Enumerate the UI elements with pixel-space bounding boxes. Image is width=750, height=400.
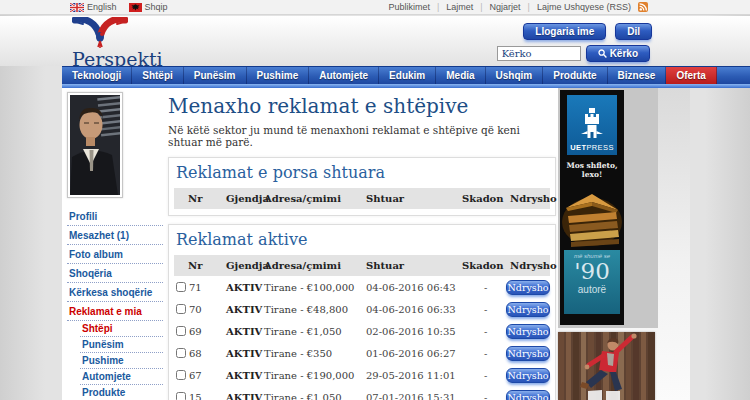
expires-date: - xyxy=(458,326,506,337)
rss-icon[interactable] xyxy=(638,2,648,12)
separator: | xyxy=(528,2,530,12)
topbar-links: Publikimet|Lajmet|Ngjarjet|Lajme Ushqyes… xyxy=(388,2,648,12)
column-header: Ndrysho xyxy=(506,260,550,271)
profile-photo[interactable] xyxy=(67,92,123,198)
nav-item-oferta[interactable]: Oferta xyxy=(666,67,716,84)
books-image xyxy=(560,182,624,250)
table-row: 67AKTIVTirane - €190,00029-05-2016 11:01… xyxy=(174,364,550,386)
page-title: Menaxho reklamat e shtëpive xyxy=(168,94,556,118)
topbar-link[interactable]: Publikimet xyxy=(388,2,430,12)
edit-button[interactable]: Ndrysho xyxy=(506,346,550,361)
edit-button[interactable]: Ndrysho xyxy=(506,280,550,295)
topbar-link[interactable]: Lajmet xyxy=(446,2,473,12)
edit-button[interactable]: Ndrysho xyxy=(506,324,550,339)
nav-item-teknologji[interactable]: Teknologji xyxy=(62,67,132,84)
nav-item-automjete[interactable]: Automjete xyxy=(309,67,379,84)
sidebar: ProfiliMesazhet (1)Foto albumShoqëriaKër… xyxy=(67,92,166,400)
language-switcher: English Shqip xyxy=(70,2,168,12)
row-number: 67 xyxy=(189,370,202,381)
row-checkbox[interactable] xyxy=(176,392,186,400)
sidebar-item-reklamat-e-mia[interactable]: Reklamat e mia xyxy=(67,302,163,321)
cell-nr: 68 xyxy=(174,348,220,359)
topbar-link[interactable]: Lajme Ushqyese (RSS) xyxy=(537,2,631,12)
status-badge: AKTIV xyxy=(220,326,264,337)
expires-date: - xyxy=(458,370,506,381)
search-button-label: Kërko xyxy=(610,48,638,59)
expires-date: - xyxy=(458,282,506,293)
column-header: Adresa/çmimi xyxy=(264,260,364,271)
row-number: 15 xyxy=(189,392,202,400)
uk-flag-icon xyxy=(70,3,84,12)
search-button[interactable]: Kërko xyxy=(586,45,650,62)
row-checkbox[interactable] xyxy=(176,370,186,380)
site-logo[interactable]: Perspekti xyxy=(72,17,163,67)
content-area: ProfiliMesazhet (1)Foto albumShoqëriaKër… xyxy=(62,88,690,400)
cell-nr: 15 xyxy=(174,392,220,400)
tower-icon xyxy=(579,107,605,141)
nav-item-punësim[interactable]: Punësim xyxy=(184,67,247,84)
row-checkbox[interactable] xyxy=(176,282,186,292)
brand-light: PRESS xyxy=(586,143,613,152)
cell-nr: 70 xyxy=(174,304,220,315)
profile-photo-image xyxy=(70,95,120,195)
active-rows: 71AKTIVTirane - €100,00004-06-2016 06:43… xyxy=(174,276,550,400)
row-number: 69 xyxy=(189,326,202,337)
sidebar-item-foto-album[interactable]: Foto album xyxy=(67,245,163,264)
edit-button[interactable]: Ndrysho xyxy=(506,390,550,400)
added-date: 07-01-2016 15:31 xyxy=(364,392,458,400)
search-input[interactable] xyxy=(497,46,581,61)
sidebar-item-mesazhet-1-[interactable]: Mesazhet (1) xyxy=(67,226,163,245)
logo-text: Perspekti xyxy=(72,51,163,67)
language-label: Shqip xyxy=(145,2,168,12)
expires-date: - xyxy=(458,392,506,400)
column-header: Gjendja xyxy=(220,260,264,271)
edit-button[interactable]: Ndrysho xyxy=(506,368,550,383)
edit-button[interactable]: Ndrysho xyxy=(506,302,550,317)
table-row: 68AKTIVTirane - €35001-06-2016 06:27-Ndr… xyxy=(174,342,550,364)
nav-item-edukim[interactable]: Edukim xyxy=(379,67,436,84)
column-header: Nr xyxy=(174,260,220,271)
nav-item-biznese[interactable]: Biznese xyxy=(608,67,667,84)
active-ads-section: Reklamat aktive NrGjendjaAdresa/çmimiSht… xyxy=(168,224,556,400)
action-cell: Ndrysho xyxy=(506,390,550,400)
column-header: Gjendja xyxy=(220,193,264,204)
nav-item-produkte[interactable]: Produkte xyxy=(543,67,607,84)
sidebar-item-k-rkesa-shoq-rie[interactable]: Kërkesa shoqërie xyxy=(67,283,163,302)
separator: | xyxy=(480,2,482,12)
language-shqip[interactable]: Shqip xyxy=(129,2,168,12)
column-header: Shtuar xyxy=(364,193,458,204)
sidebar-item-pushime[interactable]: Pushime xyxy=(80,353,163,369)
nav-item-shtëpi[interactable]: Shtëpi xyxy=(132,67,184,84)
uetpress-ad-banner[interactable]: UETPRESS Mos shfleto, lexo! më shumë se … xyxy=(560,90,624,325)
nav-item-ushqim[interactable]: Ushqim xyxy=(486,67,544,84)
sidebar-item-profili[interactable]: Profili xyxy=(67,207,163,226)
table-row: 70AKTIVTirane - €48,80004-06-2016 06:33-… xyxy=(174,298,550,320)
table-header: NrGjendjaAdresa/çmimiShtuarSkadonNdrysho xyxy=(174,188,550,209)
sidebar-item-produkte[interactable]: Produkte xyxy=(80,385,163,400)
sidebar-item-shoq-ria[interactable]: Shoqëria xyxy=(67,264,163,283)
topbar-link[interactable]: Ngjarjet xyxy=(490,2,521,12)
sidebar-menu: ProfiliMesazhet (1)Foto albumShoqëriaKër… xyxy=(67,207,163,400)
action-cell: Ndrysho xyxy=(506,324,550,339)
language-english[interactable]: English xyxy=(70,2,117,12)
sidebar-item-sht-pi[interactable]: Shtëpi xyxy=(80,321,163,337)
row-checkbox[interactable] xyxy=(176,348,186,358)
header: Perspekti Llogaria ime Dil Kërko xyxy=(0,16,750,66)
sidebar-item-pun-sim[interactable]: Punësim xyxy=(80,337,163,353)
row-checkbox[interactable] xyxy=(176,304,186,314)
table-row: 71AKTIVTirane - €100,00004-06-2016 06:43… xyxy=(174,276,550,298)
table-row: 15AKTIVTirane - €1,05007-01-2016 15:31-N… xyxy=(174,386,550,400)
nav-item-pushime[interactable]: Pushime xyxy=(247,67,310,84)
address-price: Tirane - €1,050 xyxy=(264,392,364,400)
account-button[interactable]: Llogaria ime xyxy=(523,23,606,40)
sidebar-item-automjete[interactable]: Automjete xyxy=(80,369,163,385)
added-date: 02-06-2016 10:35 xyxy=(364,326,458,337)
row-checkbox[interactable] xyxy=(176,326,186,336)
separator: | xyxy=(437,2,439,12)
nav-item-media[interactable]: Media xyxy=(436,67,485,84)
logout-button[interactable]: Dil xyxy=(615,23,652,40)
brand-bold: UET xyxy=(570,143,586,152)
column-header: Skadon xyxy=(458,193,506,204)
fashion-ad-banner[interactable] xyxy=(558,332,655,400)
main-column: Menaxho reklamat e shtëpive Në këtë sekt… xyxy=(168,92,556,400)
